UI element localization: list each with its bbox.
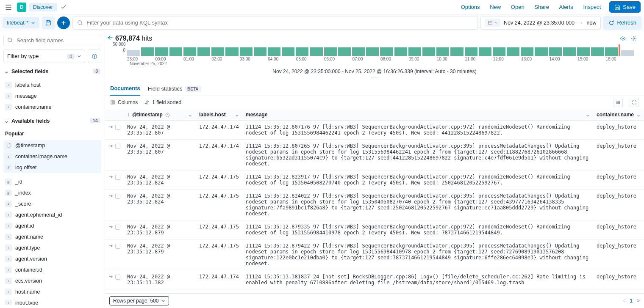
field-item[interactable]: tcontainer.id	[3, 264, 101, 275]
page-number[interactable]: 1	[630, 298, 633, 304]
rows-per-page-select[interactable]: Rows per page: 500	[109, 296, 169, 305]
expand-icon[interactable]: ↗	[107, 124, 114, 131]
field-item[interactable]: tecs.version	[3, 275, 101, 286]
app-name-pill[interactable]: Discover	[29, 3, 57, 11]
table-row[interactable]: ↗Nov 24, 2022 @ 23:35:12.824172.24.47.17…	[105, 190, 644, 220]
prev-page-button[interactable]: <	[622, 298, 625, 304]
field-item[interactable]: tagent.type	[3, 242, 101, 253]
row-checkbox[interactable]	[115, 175, 120, 180]
fullscreen-button[interactable]	[630, 98, 639, 107]
next-page-button[interactable]: >	[637, 298, 640, 304]
available-fields-header[interactable]: ⌄Available fields 14	[3, 116, 101, 126]
field-item[interactable]: ◎_id	[3, 176, 101, 187]
disk-icon	[45, 20, 51, 26]
col-container-name[interactable]: container.name⌄	[593, 109, 644, 121]
field-item[interactable]: 🕐@timestamp	[3, 140, 101, 151]
refresh-button[interactable]: Refresh	[603, 16, 641, 30]
field-item[interactable]: tagent.version	[3, 253, 101, 264]
svg-point-5	[8, 38, 12, 42]
expand-icon[interactable]: ↗	[107, 242, 114, 250]
nav-toggle-button[interactable]	[3, 2, 14, 12]
col-labels-host[interactable]: labels.host⌄	[196, 109, 242, 121]
cell-container: deploy_hstore	[593, 270, 644, 289]
field-item[interactable]: tcontainer.image.name	[3, 151, 101, 162]
density-button[interactable]	[613, 98, 623, 107]
add-filter-button[interactable]	[57, 16, 70, 29]
link-share[interactable]: Share	[534, 4, 549, 10]
settings-button[interactable]	[630, 35, 637, 42]
field-item[interactable]: tagent.name	[3, 231, 101, 242]
x-tick: 14:00	[550, 57, 577, 61]
field-search-input[interactable]	[17, 37, 97, 44]
field-type-icon: t	[5, 93, 12, 99]
field-item[interactable]: ◎_index	[3, 187, 101, 198]
filter-by-type[interactable]: Filter by type 0	[3, 50, 85, 63]
selected-fields-header[interactable]: ⌄Selected fields 3	[3, 66, 101, 76]
tab-documents[interactable]: Documents	[110, 82, 140, 96]
top-links: Options New Open Share Alerts Inspect	[457, 4, 605, 10]
histogram[interactable]: 50,000 0 23:0000:0001:0002:0003:0004:000…	[105, 44, 644, 82]
documents-grid[interactable]: ↑ @timestamp ⌄ labels.host⌄ message⌄ con…	[105, 109, 644, 293]
field-item[interactable]: tagent.id	[3, 220, 101, 231]
histogram-bar	[240, 47, 253, 56]
row-checkbox[interactable]	[115, 225, 120, 230]
columns-button[interactable]: Columns	[110, 99, 138, 105]
time-picker[interactable]: Nov 24, 2022 @ 23:35:00.000 → now	[480, 16, 601, 30]
kql-input[interactable]	[86, 19, 473, 26]
link-inspect[interactable]: Inspect	[583, 4, 601, 10]
row-checkbox[interactable]	[115, 244, 120, 249]
save-button[interactable]: Save	[609, 1, 641, 13]
link-alerts[interactable]: Alerts	[559, 4, 573, 10]
collapse-sidebar-icon[interactable]	[107, 35, 113, 41]
col-timestamp[interactable]: ↑ @timestamp ⌄	[124, 109, 196, 121]
cell-message: I1124 15:35:13.381837 24 [not-set] Rocks…	[242, 270, 593, 289]
link-open[interactable]: Open	[511, 4, 525, 10]
field-search[interactable]	[3, 35, 101, 46]
expand-icon[interactable]: ↗	[107, 143, 114, 150]
field-item[interactable]: tlabels.host	[3, 80, 101, 91]
expand-icon[interactable]: ↗	[107, 223, 114, 231]
table-row[interactable]: ↗Nov 24, 2022 @ 23:35:12.879172.24.47.17…	[105, 239, 644, 270]
tab-field-statistics[interactable]: Field statistics BETA	[148, 82, 201, 95]
histogram-bar	[197, 47, 210, 56]
table-row[interactable]: ↗Nov 24, 2022 @ 23:35:13.436172.24.47.17…	[105, 289, 644, 294]
cell-message: I1124 15:35:12.879335 97 [ld:srv:WB3] Se…	[242, 220, 593, 239]
histogram-bar	[225, 47, 238, 56]
table-row[interactable]: ↗Nov 24, 2022 @ 23:35:12.879172.24.47.17…	[105, 220, 644, 239]
expand-icon[interactable]: ↗	[107, 273, 114, 280]
row-checkbox[interactable]	[115, 275, 120, 280]
table-row[interactable]: ↗Nov 24, 2022 @ 23:35:13.382172.24.47.17…	[105, 270, 644, 289]
histogram-bar	[549, 47, 562, 56]
calendar-button[interactable]	[485, 19, 500, 27]
field-item[interactable]: tagent.ephemeral_id	[3, 209, 101, 220]
col-message[interactable]: message⌄	[242, 109, 593, 121]
sort-button[interactable]: 1 field sorted	[144, 99, 181, 105]
link-new[interactable]: New	[490, 4, 501, 10]
expand-icon[interactable]: ↗	[107, 173, 114, 181]
index-pattern-button[interactable]: filebeat-*	[3, 17, 39, 28]
saved-query-button[interactable]	[42, 16, 55, 29]
table-row[interactable]: ↗Nov 24, 2022 @ 23:35:12.807172.24.47.17…	[105, 121, 644, 140]
chart-options-button[interactable]	[619, 35, 626, 42]
row-checkbox[interactable]	[115, 144, 120, 149]
expand-icon[interactable]: ↗	[107, 192, 114, 200]
field-name: agent.name	[15, 234, 43, 240]
row-checkbox[interactable]	[115, 125, 120, 130]
field-item[interactable]: #_score	[3, 198, 101, 209]
field-item[interactable]: #log.offset	[3, 162, 101, 173]
field-item[interactable]: tcontainer.name	[3, 102, 101, 113]
field-info-button[interactable]	[88, 50, 101, 63]
field-item[interactable]: thost.name	[3, 286, 101, 297]
row-checkbox[interactable]	[115, 194, 120, 199]
link-options[interactable]: Options	[461, 4, 480, 10]
cell-host: 172.24.47.174	[196, 270, 242, 289]
field-item[interactable]: tmessage	[3, 91, 101, 102]
gear-icon	[630, 35, 637, 42]
field-name: agent.type	[15, 245, 40, 251]
cell-timestamp: Nov 24, 2022 @ 23:35:12.824	[124, 190, 196, 220]
resize-handle[interactable]: ══	[115, 75, 634, 80]
table-row[interactable]: ↗Nov 24, 2022 @ 23:35:12.807172.24.47.17…	[105, 140, 644, 170]
field-item[interactable]: tinput.type	[3, 297, 101, 305]
kql-search[interactable]	[72, 16, 478, 30]
table-row[interactable]: ↗Nov 24, 2022 @ 23:35:12.824172.24.47.17…	[105, 170, 644, 190]
